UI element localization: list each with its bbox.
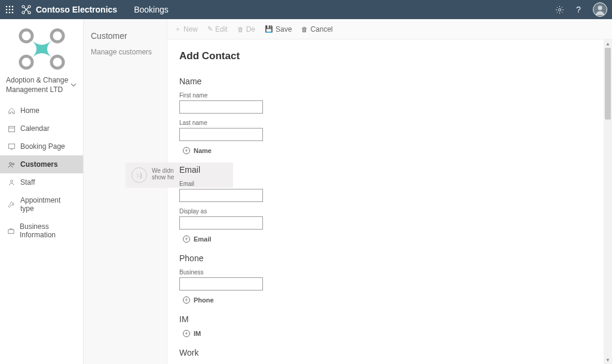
add-phone-button[interactable]: + Phone xyxy=(183,296,600,304)
toolbar: ＋ New ✎ Edit 🗑 De 💾 Save 🗑 Cancel xyxy=(167,19,612,39)
scroll-track[interactable] xyxy=(605,48,611,356)
scroll-up-arrow-icon[interactable]: ▲ xyxy=(604,39,612,48)
add-email-button[interactable]: + Email xyxy=(183,235,600,243)
help-button[interactable]: ? xyxy=(569,0,588,19)
body: Adoption & Change Management LTD Home Ca… xyxy=(0,19,612,364)
chevron-down-icon xyxy=(70,81,77,88)
nav-items: Home Calendar Booking Page Customers Sta… xyxy=(0,102,83,244)
panel-title: Add Contact xyxy=(179,50,600,62)
plus-circle-icon: + xyxy=(183,235,190,243)
section-title: Work xyxy=(179,348,600,357)
nav-item-appointment-type[interactable]: Appointment type xyxy=(0,191,83,218)
toolbar-save-button[interactable]: 💾 Save xyxy=(260,19,296,39)
customer-list-column: Customer Manage customers :-) We didn sh… xyxy=(84,19,167,364)
scroll-down-arrow-icon[interactable]: ▼ xyxy=(604,356,612,364)
scroll-thumb[interactable] xyxy=(605,48,611,120)
section-name: Name First name Last name + Name xyxy=(179,77,600,154)
display-as-label: Display as xyxy=(179,208,600,215)
nav-item-label: Home xyxy=(20,106,39,115)
section-title: Name xyxy=(179,77,600,86)
svg-point-2 xyxy=(12,6,14,8)
svg-point-15 xyxy=(598,6,602,10)
email-label: Email xyxy=(179,181,600,187)
panel-scroll: Add Contact Name First name Last name + … xyxy=(167,39,612,364)
pencil-icon: ✎ xyxy=(207,25,213,33)
add-contact-panel: Add Contact Name First name Last name + … xyxy=(167,39,612,364)
toolbar-label: Cancel xyxy=(310,25,332,33)
svg-rect-22 xyxy=(8,144,14,148)
svg-point-17 xyxy=(51,30,63,42)
trash-icon: 🗑 xyxy=(237,26,244,33)
first-name-input[interactable] xyxy=(179,100,263,114)
toolbar-edit-button[interactable]: ✎ Edit xyxy=(203,19,232,39)
nav-item-staff[interactable]: Staff xyxy=(0,173,83,191)
nav-item-label: Business Information xyxy=(20,222,76,239)
nav-item-booking-page[interactable]: Booking Page xyxy=(0,137,83,155)
section-title: Email xyxy=(179,165,600,175)
people-icon xyxy=(7,161,16,169)
svg-point-8 xyxy=(12,12,14,14)
smiley-icon: :-) xyxy=(131,167,147,183)
add-row-label: IM xyxy=(194,330,201,337)
nav-item-label: Appointment type xyxy=(20,196,76,213)
manage-customers-link[interactable]: Manage customers xyxy=(84,45,167,59)
app-launcher-button[interactable] xyxy=(0,0,19,19)
email-input[interactable] xyxy=(179,189,263,202)
nav-item-customers[interactable]: Customers xyxy=(0,155,83,173)
svg-rect-20 xyxy=(8,126,14,131)
section-work: Work xyxy=(179,348,600,357)
svg-point-19 xyxy=(51,56,63,68)
svg-point-13 xyxy=(558,8,561,11)
settings-button[interactable] xyxy=(550,0,569,19)
section-phone: Phone Business + Phone xyxy=(179,253,600,304)
plus-circle-icon: + xyxy=(183,296,190,304)
svg-point-11 xyxy=(22,11,25,14)
svg-point-12 xyxy=(28,11,30,14)
business-switcher[interactable]: Adoption & Change Management LTD xyxy=(0,75,83,99)
add-im-button[interactable]: + IM xyxy=(183,330,600,337)
topbar: Contoso Electronics Bookings ? xyxy=(0,0,612,19)
svg-point-10 xyxy=(28,5,30,8)
business-phone-label: Business xyxy=(179,269,600,276)
nav-item-calendar[interactable]: Calendar xyxy=(0,120,83,137)
section-email: Email Email Display as + Email xyxy=(179,165,600,243)
plus-circle-icon: + xyxy=(183,330,190,337)
home-icon xyxy=(7,107,16,115)
business-name: Adoption & Change Management LTD xyxy=(6,75,70,94)
plus-circle-icon: + xyxy=(183,147,190,154)
toolbar-label: Save xyxy=(276,25,292,33)
section-im: IM + IM xyxy=(179,314,600,337)
avatar-icon xyxy=(593,2,607,17)
add-row-label: Email xyxy=(194,235,211,243)
business-phone-input[interactable] xyxy=(179,277,263,290)
add-name-button[interactable]: + Name xyxy=(183,147,600,154)
nav-item-label: Calendar xyxy=(20,124,50,133)
svg-point-16 xyxy=(20,30,32,42)
last-name-input[interactable] xyxy=(179,128,263,141)
business-logo xyxy=(0,19,83,75)
save-icon: 💾 xyxy=(265,25,273,33)
person-icon xyxy=(7,179,16,186)
briefcase-icon xyxy=(7,227,15,235)
display-as-input[interactable] xyxy=(179,216,263,230)
toolbar-new-button[interactable]: ＋ New xyxy=(170,19,203,39)
column-header: Customer xyxy=(84,19,167,45)
user-avatar[interactable] xyxy=(593,2,607,17)
toolbar-delete-button[interactable]: 🗑 De xyxy=(232,19,260,39)
svg-point-26 xyxy=(10,180,13,182)
vertical-scrollbar[interactable]: ▲ ▼ xyxy=(604,39,612,364)
toolbar-label: Edit xyxy=(215,25,228,33)
main-area: ＋ New ✎ Edit 🗑 De 💾 Save 🗑 Cancel Ad xyxy=(167,19,612,364)
last-name-label: Last name xyxy=(179,120,600,126)
svg-point-6 xyxy=(6,12,8,14)
svg-rect-27 xyxy=(8,230,14,234)
nav-item-business-information[interactable]: Business Information xyxy=(0,218,83,244)
toolbar-cancel-button[interactable]: 🗑 Cancel xyxy=(296,19,337,39)
calendar-icon xyxy=(7,125,16,133)
nav-item-home[interactable]: Home xyxy=(0,102,83,120)
left-nav: Adoption & Change Management LTD Home Ca… xyxy=(0,19,84,364)
gear-icon xyxy=(555,5,564,14)
add-row-label: Name xyxy=(194,147,212,154)
brand-name: Contoso Electronics xyxy=(36,5,117,14)
plus-icon: ＋ xyxy=(175,25,181,33)
